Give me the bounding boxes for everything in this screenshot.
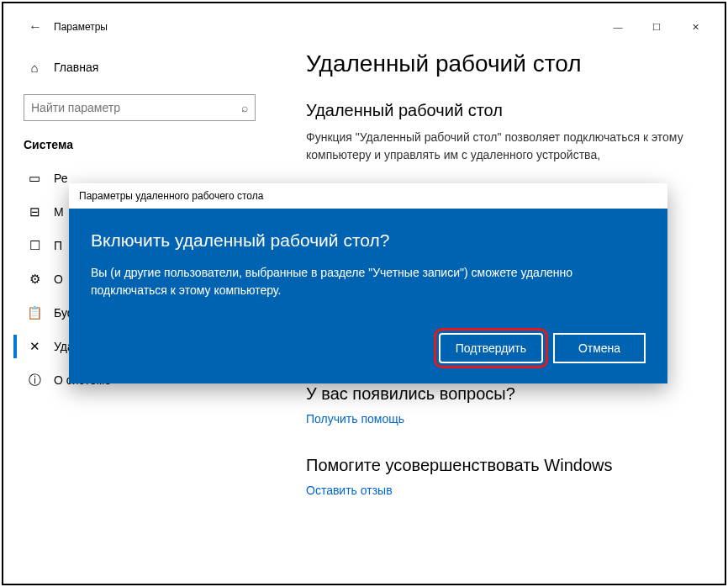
sidebar-home[interactable]: ⌂ Главная	[24, 50, 256, 84]
dialog-text: Вы (и другие пользователи, выбранные в р…	[91, 264, 646, 299]
about-icon: ⓘ	[27, 373, 42, 389]
search-icon: ⌕	[241, 101, 248, 114]
sidebar-item-label: О	[54, 272, 63, 286]
dialog-buttons: Подтвердить Отмена	[91, 333, 646, 363]
dialog-title: Параметры удаленного рабочего стола	[69, 183, 667, 209]
remote-desktop-icon: ✕	[27, 339, 42, 354]
minimize-button[interactable]: —	[599, 13, 637, 40]
shared-icon: ⚙	[27, 272, 42, 287]
link-help[interactable]: Получить помощь	[306, 412, 688, 426]
cancel-button[interactable]: Отмена	[553, 333, 646, 363]
section-text-remote: Функция "Удаленный рабочий стол" позволя…	[306, 129, 688, 164]
titlebar: ← Параметры — ☐ ✕	[13, 13, 715, 40]
projecting-icon: ☐	[27, 238, 42, 253]
section-title-feedback: Помогите усовершенствовать Windows	[306, 456, 688, 475]
sidebar-item-label: П	[54, 239, 62, 252]
sidebar-item-label: М	[54, 205, 64, 219]
section-title-questions: У вас появились вопросы?	[306, 384, 688, 404]
link-feedback[interactable]: Оставить отзыв	[306, 484, 688, 497]
close-button[interactable]: ✕	[676, 13, 715, 40]
search-input[interactable]	[31, 101, 241, 114]
sidebar-home-label: Главная	[54, 61, 98, 74]
sidebar-item-label: Ре	[54, 172, 68, 185]
dialog-body: Включить удаленный рабочий стол? Вы (и д…	[69, 209, 667, 383]
multitask-icon: ⊟	[27, 204, 42, 219]
window-title: Параметры	[54, 21, 108, 33]
sidebar-section-label: Система	[24, 138, 256, 151]
dialog-question: Включить удаленный рабочий стол?	[91, 230, 646, 251]
search-box[interactable]: ⌕	[24, 94, 256, 121]
home-icon: ⌂	[27, 61, 42, 75]
section-title-remote: Удаленный рабочий стол	[306, 101, 688, 120]
display-icon: ▭	[27, 171, 42, 186]
back-button[interactable]: ←	[20, 13, 50, 40]
window-controls: — ☐ ✕	[599, 13, 715, 40]
remote-desktop-dialog: Параметры удаленного рабочего стола Вклю…	[69, 183, 667, 383]
page-title: Удаленный рабочий стол	[306, 50, 688, 77]
confirm-button[interactable]: Подтвердить	[439, 333, 543, 363]
maximize-button[interactable]: ☐	[637, 13, 676, 40]
clipboard-icon: 📋	[27, 305, 42, 320]
